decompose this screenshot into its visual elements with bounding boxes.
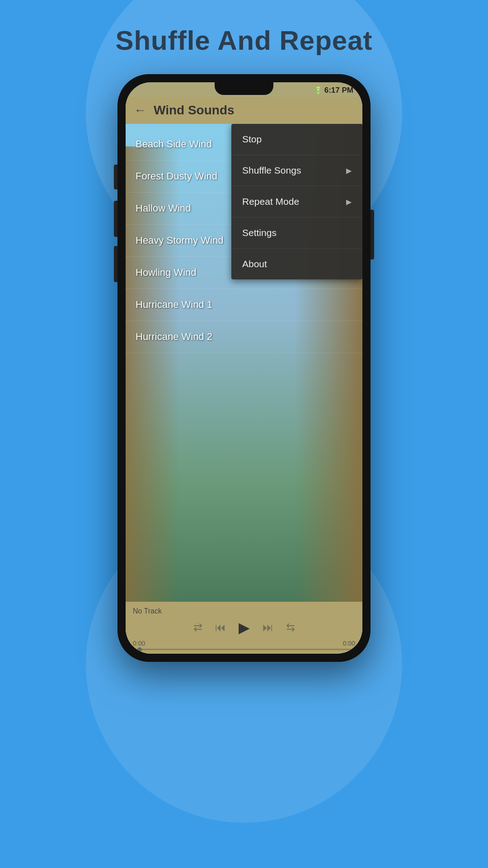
no-track-label: No Track (133, 607, 355, 615)
repeat-button[interactable]: ⇆ (286, 621, 295, 634)
next-button[interactable]: ⏭ (263, 621, 273, 634)
dropdown-menu: Stop Shuffle Songs ▶ Repeat Mode ▶ Setti… (231, 124, 362, 279)
player-controls: ⇄ ⏮ ▶ ⏭ ⇆ (133, 619, 355, 636)
song-item-hurricane-wind-2[interactable]: Hurricane Wind 2 (126, 321, 362, 353)
battery-icon: 🔋 (314, 86, 323, 94)
screen-title: Wind Sounds (154, 103, 235, 118)
status-time: 6:17 PM (324, 86, 353, 95)
menu-about-label: About (242, 259, 267, 269)
content-area: Beach Side Wind Forest Dusty Wind Hallow… (126, 124, 362, 602)
power-button[interactable] (371, 210, 374, 259)
chevron-right-icon: ▶ (346, 198, 352, 206)
progress-bar[interactable] (133, 649, 355, 650)
player-bar: No Track ⇄ ⏮ ▶ ⏭ ⇆ 0:00 0:00 (126, 602, 362, 654)
menu-item-stop[interactable]: Stop (231, 124, 362, 155)
song-item-hurricane-wind-1[interactable]: Hurricane Wind 1 (126, 289, 362, 321)
chevron-right-icon: ▶ (346, 166, 352, 175)
menu-item-repeat-mode[interactable]: Repeat Mode ▶ (231, 186, 362, 217)
menu-item-settings[interactable]: Settings (231, 217, 362, 249)
previous-button[interactable]: ⏮ (215, 621, 226, 634)
shuffle-button[interactable]: ⇄ (193, 621, 202, 634)
page-title: Shuffle And Repeat (115, 25, 372, 56)
menu-item-shuffle-songs[interactable]: Shuffle Songs ▶ (231, 155, 362, 186)
progress-dot (137, 647, 142, 652)
menu-stop-label: Stop (242, 134, 262, 145)
menu-shuffle-label: Shuffle Songs (242, 165, 301, 176)
menu-settings-label: Settings (242, 227, 277, 238)
time-start: 0:00 (133, 640, 145, 647)
volume-up-button[interactable] (114, 165, 117, 189)
notch (215, 82, 273, 95)
volume-down-button[interactable] (114, 201, 117, 237)
menu-item-about[interactable]: About (231, 249, 362, 279)
phone-screen: 🔋 6:17 PM ← Wind Sounds Beach Side Wind … (126, 82, 362, 654)
back-button[interactable]: ← (134, 103, 146, 118)
phone-frame: 🔋 6:17 PM ← Wind Sounds Beach Side Wind … (117, 74, 371, 662)
menu-repeat-label: Repeat Mode (242, 196, 299, 207)
mute-button[interactable] (114, 246, 117, 282)
player-times: 0:00 0:00 (133, 640, 355, 647)
app-top-bar: ← Wind Sounds (126, 97, 362, 124)
play-button[interactable]: ▶ (239, 619, 250, 636)
status-bar: 🔋 6:17 PM (126, 82, 362, 97)
time-end: 0:00 (343, 640, 355, 647)
